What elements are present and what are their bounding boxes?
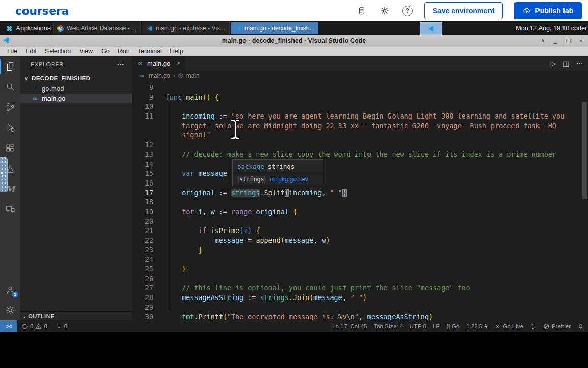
breadcrumb-separator: › <box>173 72 175 79</box>
help-icon[interactable]: ? <box>402 6 413 16</box>
taskbar-window-main-go-expbase-vis[interactable]: main.go - expbase - Vis... <box>142 22 230 34</box>
status-lf[interactable]: LF <box>433 323 439 329</box>
status-ln-17-col-45[interactable]: Ln 17, Col 45 <box>332 323 367 329</box>
outline-section[interactable]: › OUTLINE <box>20 312 132 320</box>
code-line-25[interactable]: 25 } <box>132 265 588 274</box>
code-text: for i, w := range original { <box>165 208 297 217</box>
pkg-go-dev-link[interactable]: on pkg.go.dev <box>270 176 308 183</box>
editor-scrollbar[interactable] <box>582 102 587 199</box>
code-line-wrap[interactable]: signal" <box>132 131 588 141</box>
code-line-21[interactable]: 21 if isPrime(i) { <box>132 226 588 236</box>
menu-view[interactable]: View <box>75 48 97 55</box>
gear-icon[interactable] <box>379 5 391 17</box>
tab-main-go[interactable]: ∞ main.go × <box>132 56 185 71</box>
lab-widget-handle[interactable] <box>0 157 8 192</box>
accounts-icon[interactable]: 1 <box>0 280 20 300</box>
code-line-28[interactable]: 28 messageAsString := strings.Join(messa… <box>132 293 588 303</box>
line-number: 17 <box>132 189 153 198</box>
taskbar-window-web-article-database[interactable]: Web Article Database - ... <box>53 22 141 34</box>
menu-edit[interactable]: Edit <box>21 48 41 55</box>
tab-close-icon[interactable]: × <box>177 60 180 67</box>
source-control-icon[interactable] <box>0 97 20 118</box>
run-code-icon[interactable]: ▷ <box>551 60 556 67</box>
run-debug-icon[interactable] <box>0 118 20 138</box>
code-line-30[interactable]: 30 fmt.Printf("The decrypted message is:… <box>132 313 588 321</box>
code-line-13[interactable]: 13 // decode: make a new slice copy the … <box>132 150 588 160</box>
chrome-icon <box>57 25 64 32</box>
status-go-live[interactable]: Go Live <box>494 323 523 330</box>
status-tab-size-4[interactable]: Tab Size: 4 <box>374 323 403 329</box>
project-folder-row[interactable]: ∨ DECODE_FINISHED <box>20 73 132 84</box>
status-bell[interactable] <box>577 323 584 330</box>
code-line-10[interactable]: 10 <box>132 102 588 112</box>
status-go[interactable]: { }Go <box>446 323 459 329</box>
code-line-9[interactable]: 9func main() { <box>132 93 588 103</box>
menu-go[interactable]: Go <box>97 48 114 55</box>
code-line-11[interactable]: 11 incoming := "so here you are agent le… <box>132 112 588 122</box>
code-line-19[interactable]: 19 for i, w := range original { <box>132 208 588 217</box>
code-line-14[interactable]: 14 <box>132 160 588 170</box>
code-line-27[interactable]: 27 // this line is optional, you could j… <box>132 284 588 293</box>
breadcrumb[interactable]: ∞ main.go › main <box>132 71 588 81</box>
applications-menu[interactable]: ✖ Applications <box>3 21 54 35</box>
status-prettier[interactable]: Prettier <box>543 323 571 330</box>
notes-icon[interactable] <box>355 5 368 17</box>
minimize-button[interactable]: _ <box>552 38 558 44</box>
settings-gear-icon[interactable] <box>0 300 20 320</box>
code-line-26[interactable]: 26 <box>132 274 588 284</box>
file-item-main-go[interactable]: ∞main.go <box>20 94 132 103</box>
save-environment-button[interactable]: Save environment <box>424 2 503 19</box>
code-line-22[interactable]: 22 message = append(message, w) <box>132 236 588 246</box>
chevron-down-icon: ∨ <box>22 76 30 81</box>
shade-button[interactable]: ∧ <box>540 37 546 44</box>
status-spinner[interactable] <box>530 323 536 330</box>
taskbar-window-main-go-decode-finish[interactable]: main.go - decode_finish... <box>231 22 318 34</box>
bell-icon <box>577 323 584 330</box>
file-tree: ≡go.mod∞main.go <box>20 84 132 103</box>
split-editor-icon[interactable]: ◫ <box>563 60 569 67</box>
code-text: if isPrime(i) { <box>165 226 260 236</box>
search-icon[interactable] <box>0 77 20 97</box>
window-title-label: Web Article Database - ... <box>67 25 136 32</box>
code-line-17[interactable]: 17 original := strings.Split(incoming, "… <box>132 189 588 198</box>
explorer-activity-icon[interactable] <box>0 56 20 77</box>
taskbar-clock[interactable]: Mon 12 Aug, 19:10 coder <box>516 21 587 35</box>
code-line-23[interactable]: 23 } <box>132 246 588 256</box>
code-line-16[interactable]: 16 <box>132 179 588 189</box>
more-actions-icon[interactable]: ⋯ <box>576 60 583 67</box>
menu-file[interactable]: File <box>3 48 21 55</box>
breadcrumb-symbol[interactable]: main <box>186 72 200 79</box>
code-line-20[interactable]: 20 <box>132 217 588 227</box>
publish-lab-button[interactable]: Publish lab <box>514 2 582 19</box>
go-file-icon: ∞ <box>32 95 39 102</box>
code-line-wrap[interactable]: target- solo we are Midnight doing 22 33… <box>132 122 588 131</box>
line-number: 15 <box>132 169 153 179</box>
code-line-18[interactable]: 18 <box>132 198 588 208</box>
line-number: 13 <box>132 150 153 160</box>
explorer-actions-icon[interactable]: ⋯ <box>117 60 125 68</box>
taskbar-pinned-vscode-button[interactable] <box>420 22 442 35</box>
code-line-24[interactable]: 24 <box>132 255 588 265</box>
window-title-label: main.go - decode_finish... <box>244 25 314 32</box>
status-utf-8[interactable]: UTF-8 <box>409 323 426 329</box>
menu-selection[interactable]: Selection <box>41 48 75 55</box>
code-text: signal" <box>165 131 211 141</box>
code-line-29[interactable]: 29 <box>132 303 588 313</box>
menu-terminal[interactable]: Terminal <box>134 48 166 55</box>
status-1-22-5[interactable]: 1.22.5ϟ <box>466 323 487 329</box>
line-number <box>132 122 153 131</box>
comments-icon[interactable] <box>0 199 20 220</box>
code-line-12[interactable]: 12 <box>132 141 588 150</box>
remote-indicator[interactable]: >< <box>0 320 17 332</box>
code-line-15[interactable]: 15 var message <box>132 169 588 179</box>
menu-run[interactable]: Run <box>114 48 134 55</box>
problems-indicator[interactable]: 000 <box>17 323 67 330</box>
extensions-icon[interactable] <box>0 138 20 158</box>
code-line-8[interactable]: 8 <box>132 83 588 93</box>
maximize-button[interactable]: ▢ <box>565 37 571 44</box>
file-item-go-mod[interactable]: ≡go.mod <box>20 84 132 94</box>
breadcrumb-file[interactable]: main.go <box>149 72 170 79</box>
code-area[interactable]: 89func main() {1011 incoming := "so here… <box>132 81 588 320</box>
close-button[interactable]: × <box>578 38 584 44</box>
menu-help[interactable]: Help <box>166 48 187 55</box>
